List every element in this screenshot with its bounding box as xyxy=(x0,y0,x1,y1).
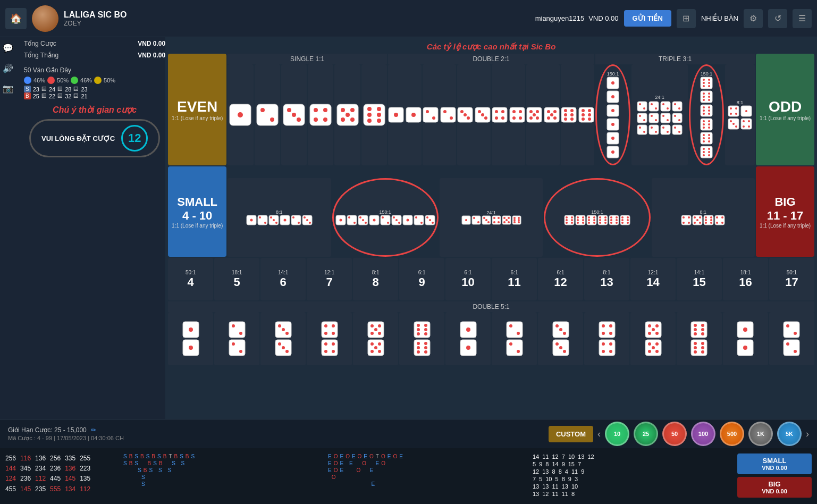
svg-point-132 xyxy=(703,82,705,84)
double-bottom-die-5[interactable] xyxy=(353,312,398,365)
double-bottom-die-extra-1[interactable] xyxy=(445,312,491,365)
big-bet-value: VND 0.00 xyxy=(762,488,787,494)
svg-point-368 xyxy=(424,328,427,331)
attention-text: Chú ý thời gian cược xyxy=(53,105,137,115)
nav-arrow-right[interactable]: › xyxy=(806,429,809,440)
num-cell-13[interactable]: 8:113 xyxy=(584,258,629,300)
chip-50[interactable]: 50 xyxy=(662,422,687,446)
triple-die-others[interactable]: 24:1 xyxy=(631,64,688,165)
combo-150-1-right[interactable]: 150:1 xyxy=(544,178,650,257)
please-bet-label: VUI LÒNG ĐẶT CƯỢC xyxy=(41,135,115,142)
svg-rect-164 xyxy=(701,146,712,158)
num-cell-17[interactable]: 50:117 xyxy=(769,258,814,300)
num-cell-4[interactable]: 50:14 xyxy=(168,258,213,300)
chip-1k[interactable]: 1K xyxy=(748,422,773,446)
single-die-2[interactable] xyxy=(255,64,280,165)
double-bottom-die-2[interactable] xyxy=(214,312,259,365)
svg-point-405 xyxy=(609,350,612,353)
num-cell-15[interactable]: 14:115 xyxy=(677,258,722,300)
single-die-1[interactable] xyxy=(228,64,253,165)
sidebar-icon-sound[interactable]: 🔊 xyxy=(0,60,16,76)
num-cell-12[interactable]: 6:112 xyxy=(538,258,583,300)
sidebar-icon-video[interactable]: 📷 xyxy=(0,80,16,96)
double-bottom-die-4[interactable] xyxy=(307,312,352,365)
big-cell[interactable]: BIG11 - 17 1:1 (Lose if any triple) xyxy=(756,166,814,257)
home-button[interactable]: 🏠 xyxy=(5,8,27,29)
num-cell-5[interactable]: 18:15 xyxy=(214,258,259,300)
double-bottom-die-extra-8[interactable] xyxy=(769,312,814,365)
single-die-5[interactable] xyxy=(334,64,360,165)
double-bottom-die-1[interactable] xyxy=(168,312,213,365)
combo-8-1-right[interactable]: 8:1 xyxy=(652,178,755,257)
single-die-4[interactable] xyxy=(308,64,333,165)
svg-point-305 xyxy=(688,222,690,224)
num-cell-8[interactable]: 8:18 xyxy=(353,258,398,300)
num-cell-11[interactable]: 6:111 xyxy=(492,258,537,300)
multi-table-label[interactable]: NHIỀU BÀN xyxy=(701,14,738,22)
edit-limit-icon[interactable]: ✏ xyxy=(91,426,96,434)
sidebar-icon-chat[interactable]: 💬 xyxy=(0,40,16,56)
double-die-1[interactable] xyxy=(388,64,422,165)
svg-point-431 xyxy=(701,350,704,354)
double-die-5[interactable] xyxy=(526,64,560,165)
double-bottom-die-extra-7[interactable] xyxy=(723,312,768,365)
num-cell-9[interactable]: 6:19 xyxy=(399,258,444,300)
single-die-6[interactable] xyxy=(361,64,387,165)
odd-cell[interactable]: ODD 1:1 (Lose if any triple) xyxy=(756,54,814,165)
small-bet-button[interactable]: SMALL VND 0.00 xyxy=(737,453,812,474)
num-cell-10[interactable]: 6:110 xyxy=(445,258,491,300)
chip-100[interactable]: 100 xyxy=(691,422,715,446)
triple-die-8-1[interactable]: 8:1 xyxy=(725,64,755,165)
double-die-4[interactable] xyxy=(492,64,525,165)
username: mianguyen1215 xyxy=(535,14,585,22)
svg-rect-182 xyxy=(741,119,752,129)
svg-point-47 xyxy=(501,110,504,113)
double-bottom-die-extra-6[interactable] xyxy=(677,312,722,365)
combo-8-1-left[interactable]: 8:1 xyxy=(228,178,331,257)
menu-icon[interactable]: ☰ xyxy=(793,9,812,28)
svg-point-363 xyxy=(378,350,381,353)
history-icon[interactable]: ↺ xyxy=(768,9,787,28)
even-cell[interactable]: EVEN 1:1 (Lose if any triple) xyxy=(168,54,226,165)
num-cell-16[interactable]: 18:116 xyxy=(723,258,768,300)
chip-500[interactable]: 500 xyxy=(720,422,744,446)
double-bottom-die-extra-2[interactable] xyxy=(492,312,537,365)
send-money-button[interactable]: GỬI TIỀN xyxy=(624,10,671,27)
small-cell[interactable]: SMALL4 - 10 1:1 (Lose if any triple) xyxy=(168,166,226,257)
double-bottom-die-6[interactable] xyxy=(399,312,444,365)
chip-25[interactable]: 25 xyxy=(634,422,658,446)
double-header: DOUBLE 2:1 xyxy=(388,54,594,64)
double-die-3[interactable] xyxy=(457,64,491,165)
combo-150-1-circled[interactable]: 150:1 xyxy=(332,178,439,257)
double-bottom-die-3[interactable] xyxy=(260,312,306,365)
svg-point-169 xyxy=(703,154,705,156)
single-die-3[interactable] xyxy=(281,64,307,165)
chip-10[interactable]: 10 xyxy=(605,422,629,446)
double-die-2[interactable] xyxy=(423,64,456,165)
odd-odds: 1:1 (Lose if any triple) xyxy=(760,115,811,121)
multi-table-icon[interactable]: ⊞ xyxy=(677,9,696,28)
balance: VND 0.00 xyxy=(588,14,618,22)
svg-point-134 xyxy=(703,85,705,87)
double-bottom-die-extra-5[interactable] xyxy=(630,312,676,365)
combo-24-1[interactable]: 24:1 xyxy=(440,178,543,257)
num-cell-7[interactable]: 12:17 xyxy=(307,258,352,300)
double-bottom-die-extra-4[interactable] xyxy=(584,312,629,365)
nav-arrow-left[interactable]: ‹ xyxy=(597,429,601,440)
svg-point-323 xyxy=(721,222,723,224)
data-numbers-col: 256116136256335255 144345234236136223 12… xyxy=(3,451,120,504)
num-cell-6[interactable]: 14:16 xyxy=(260,258,306,300)
svg-point-373 xyxy=(424,342,427,345)
svg-rect-364 xyxy=(414,322,430,338)
custom-chip-button[interactable]: CUSTOM xyxy=(549,426,593,442)
double-die-6[interactable] xyxy=(561,64,594,165)
settings-icon[interactable]: ⚙ xyxy=(744,9,763,28)
triple-die-6-circled[interactable]: 150:1 xyxy=(689,64,724,165)
num-cell-14[interactable]: 12:114 xyxy=(630,258,676,300)
svg-point-148 xyxy=(703,113,705,115)
chip-5k[interactable]: 5K xyxy=(777,422,802,446)
svg-point-159 xyxy=(708,134,710,136)
double-bottom-die-extra-3[interactable] xyxy=(538,312,583,365)
triple-die-1-circled[interactable]: 150:1 xyxy=(595,64,630,165)
big-bet-button[interactable]: BIG VND 0.00 xyxy=(737,477,812,498)
